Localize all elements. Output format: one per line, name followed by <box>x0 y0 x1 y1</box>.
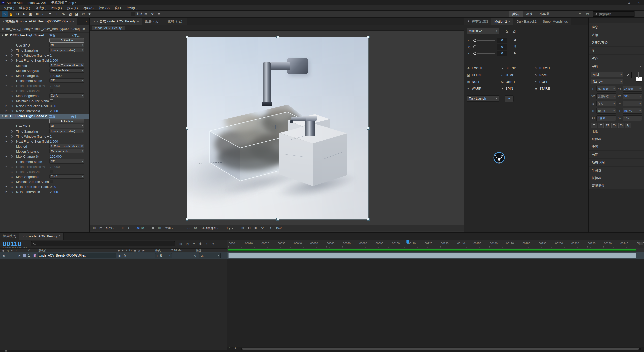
trkmat-column-header[interactable]: T TrkMat <box>171 249 182 252</box>
viewer-timecode[interactable]: 00110 <box>136 226 144 230</box>
motion-preset-dropdown[interactable]: Motion v2▾ <box>467 28 499 34</box>
stopwatch-icon[interactable]: ◷ <box>11 89 13 92</box>
faux-style-button-5[interactable]: T¹ <box>618 123 624 128</box>
stopwatch-icon[interactable]: ◷ <box>11 170 13 173</box>
panel-menu-icon[interactable]: ≡ <box>137 20 139 23</box>
property-value[interactable]: 7.0000 <box>50 84 60 88</box>
activation-button[interactable]: Activation <box>49 119 84 123</box>
font-size-dropdown[interactable]: 750 像素▾ <box>596 86 616 92</box>
about-link[interactable]: 关于... <box>71 114 80 119</box>
property-value[interactable]: 1.000 <box>50 140 58 143</box>
stopwatch-icon[interactable]: ◷ <box>11 185 13 188</box>
menu-item-9[interactable]: 帮助(H) <box>124 5 140 11</box>
stopwatch-icon[interactable]: ◷ <box>11 104 13 107</box>
parent-pickwhip-icon[interactable]: ◎ <box>194 254 196 257</box>
stopwatch-icon[interactable]: ◷ <box>11 190 13 193</box>
layer-duration-bar[interactable] <box>228 253 636 258</box>
composition-viewer[interactable] <box>90 31 464 225</box>
stopwatch-icon[interactable]: ◷ <box>11 165 13 168</box>
local-axis-mode-icon[interactable]: ↺ <box>151 12 154 16</box>
ease-both-icon[interactable]: ◇ <box>468 45 471 49</box>
timeline-button-icon[interactable]: ▣ <box>254 226 257 230</box>
comp-mini-flowchart-icon[interactable]: ▦ <box>179 242 182 246</box>
leading-dropdown[interactable]: 72 像素▾ <box>623 86 642 92</box>
status-bar-icon[interactable]: ▦ <box>5 350 7 352</box>
property-dropdown[interactable]: Medium Scale▾ <box>49 68 84 73</box>
property-dropdown[interactable]: Off▾ <box>49 78 84 83</box>
parent-column-header[interactable]: 父级 <box>196 249 201 253</box>
selection-handle[interactable] <box>186 218 188 221</box>
panel-tab-库[interactable]: 库 <box>589 47 644 54</box>
puppet-pin-tool-icon[interactable]: ✜ <box>87 11 93 17</box>
exposure-value[interactable]: +0.0 <box>276 226 282 230</box>
layer-anchor-point[interactable] <box>274 125 278 129</box>
twirl-right-icon[interactable]: ▶ <box>6 59 7 61</box>
snap-options-icon[interactable]: ▦ <box>144 12 147 16</box>
ease-curve-icon[interactable]: ◿ <box>513 29 515 33</box>
view-axis-mode-icon[interactable]: ⇄ <box>158 12 160 16</box>
scripts-tab[interactable]: Motion 2≡ <box>491 18 513 25</box>
region-of-interest-icon[interactable]: ⬚ <box>187 226 190 230</box>
panel-tab-段落[interactable]: 段落 <box>589 127 644 135</box>
slider-value-input[interactable]: 0 <box>497 44 507 50</box>
motion-tool-burst[interactable]: ✳BURST <box>534 67 566 70</box>
menu-item-5[interactable]: 效果(T) <box>65 5 80 11</box>
property-dropdown[interactable]: Off▾ <box>49 159 84 164</box>
panel-menu-icon[interactable]: ≡ <box>640 65 641 68</box>
cursor-icon[interactable]: ➤ <box>514 51 517 55</box>
property-checkbox[interactable] <box>50 170 53 173</box>
close-button[interactable]: ✕ <box>634 0 644 5</box>
slider-value-input[interactable]: 0 <box>497 51 507 56</box>
menu-item-2[interactable]: 编辑(E) <box>17 5 33 11</box>
panel-tab-绘画[interactable]: 绘画 <box>589 143 644 150</box>
property-dropdown[interactable]: Frame (time radius)▾ <box>49 129 84 133</box>
graph-editor-icon[interactable]: ∿ <box>212 242 215 246</box>
panel-tab-信息[interactable]: 信息 <box>589 23 644 31</box>
reset-link[interactable]: 重置 <box>49 34 55 38</box>
viewer-tab[interactable]: xinde_AOV_Beauty <box>92 26 125 30</box>
tracking-dropdown[interactable]: 400▾ <box>623 93 642 99</box>
stopwatch-icon[interactable]: ◷ <box>11 155 13 158</box>
property-dropdown[interactable]: Cut A▾ <box>49 93 84 98</box>
minimize-button[interactable]: ─ <box>614 0 624 5</box>
twirl-right-icon[interactable]: ▶ <box>6 105 7 107</box>
motion-tool-excite[interactable]: ✛EXCITE <box>467 67 498 70</box>
hide-shy-icon[interactable]: ✦ <box>192 242 195 246</box>
property-checkbox[interactable] <box>50 99 53 102</box>
twirl-right-icon[interactable]: ▶ <box>6 110 7 112</box>
resolution-dropdown[interactable]: 完整▾ <box>165 226 173 230</box>
panel-menu-icon[interactable]: ≡ <box>72 20 74 23</box>
status-bar-icon[interactable]: ▲ <box>9 350 11 352</box>
twirl-right-icon[interactable]: ▶ <box>6 165 7 168</box>
property-checkbox[interactable] <box>50 180 53 183</box>
stopwatch-icon[interactable]: ◷ <box>11 130 13 133</box>
property-value[interactable]: 100.000 <box>50 155 62 158</box>
timeline-tab[interactable]: 渲染队列 <box>0 233 19 240</box>
stopwatch-icon[interactable]: ◷ <box>11 59 13 62</box>
menu-item-7[interactable]: 视图(V) <box>96 5 112 11</box>
current-time-indicator-line[interactable] <box>408 247 408 347</box>
help-search-input[interactable] <box>599 12 630 16</box>
ease-curve-icon[interactable]: ◺ <box>506 29 508 33</box>
task-launch-button[interactable]: ✦ <box>505 95 514 102</box>
panel-tab-跟踪器[interactable]: 跟踪器 <box>589 135 644 143</box>
timeline-scrollbar-thumb[interactable] <box>242 348 639 350</box>
stopwatch-icon[interactable]: ◷ <box>11 54 13 57</box>
flowchart-icon[interactable]: ⚙ <box>261 226 264 230</box>
panel-tab-动态草图[interactable]: 动态草图 <box>589 159 644 166</box>
kerning-dropdown[interactable]: 度量标准▾ <box>596 93 616 99</box>
selection-handle[interactable] <box>186 36 188 38</box>
ease-out-icon[interactable]: › <box>468 51 469 55</box>
mode-column-header[interactable]: 模式 <box>155 249 161 253</box>
motion-tool-stare[interactable]: ◉STARE <box>534 87 566 90</box>
layer-name[interactable]: xinde_AOV_Beauty[0000-0250].exr <box>38 253 116 258</box>
slider-track[interactable] <box>477 53 495 54</box>
stopwatch-icon[interactable]: ◷ <box>11 180 13 183</box>
view-layout-dropdown[interactable]: 1个▾ <box>226 226 233 230</box>
eyedropper-icon[interactable] <box>627 73 630 77</box>
layer-row[interactable]: ◉ ▶ 1 ▣ xinde_AOV_Beauty[0000-0250].exr … <box>0 252 227 259</box>
stopwatch-icon[interactable]: ◷ <box>11 94 13 97</box>
effect-header[interactable]: ▼fxDEFlicker High Speed 2重置关于... <box>0 114 89 119</box>
stroke-unit-dropdown[interactable]: 像素▾ <box>596 101 616 106</box>
motion-blur-icon[interactable]: ◔ <box>206 242 208 246</box>
